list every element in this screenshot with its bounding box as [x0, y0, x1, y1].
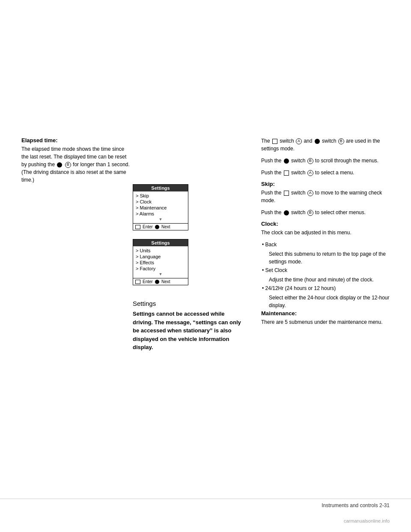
settings-item-skip: > Skip — [136, 193, 185, 199]
circle-a-select: A — [307, 170, 313, 176]
switch-b-scroll-label: switch — [291, 158, 305, 164]
maintenance-body: There are 5 submenus under the maintenan… — [261, 318, 390, 326]
clock-body: The clock can be adjusted in this menu. — [261, 229, 390, 236]
circle-a-intro: A — [296, 138, 302, 144]
next-label-1: Next — [161, 224, 170, 229]
circle-icon-b-intro — [315, 139, 320, 144]
maintenance-heading: Maintenance: — [261, 310, 390, 317]
settings-box-2-title: Settings — [133, 239, 188, 246]
settings-section-body: Settings cannot be accessed while drivin… — [133, 310, 244, 352]
enter-label-2: Enter — [143, 279, 153, 284]
bullet-24hr: • 24/12Hr (24 hours or 12 hours) — [261, 284, 390, 292]
center-column: Settings > Skip > Clock > Maintenance > … — [133, 184, 244, 294]
elapsed-time-body: The elapsed time mode shows the time sin… — [21, 145, 133, 184]
enter-icon-2 — [135, 280, 140, 284]
switch-a-select-label: switch — [291, 170, 305, 176]
elapsed-time-heading: Elapsed time: — [21, 137, 133, 143]
settings-item-factory: > Factory — [136, 266, 185, 272]
bullet-set-clock: • Set Clock — [261, 266, 390, 274]
circle-b-skip: B — [307, 210, 313, 216]
circle-icon-b-skip — [284, 210, 289, 215]
settings-label-section: Settings Settings cannot be accessed whi… — [133, 300, 244, 352]
settings-box-1-title: Settings — [133, 185, 188, 191]
circle-icon-b — [57, 162, 62, 167]
square-icon-a-skip — [284, 191, 289, 196]
settings-box-2-body: > Units > Language > Effects > Factory ▼ — [133, 246, 188, 278]
settings-item-effects: > Effects — [136, 260, 185, 266]
settings-item-language: > Language — [136, 254, 185, 260]
circle-a-skip: A — [307, 190, 313, 196]
clock-heading: Clock: — [261, 221, 390, 227]
switch-b-intro-label: switch — [322, 138, 336, 144]
settings-box-1: Settings > Skip > Clock > Maintenance > … — [133, 184, 188, 230]
sub-set-clock: Adjust the time (hour and minute) of the… — [261, 276, 390, 284]
skip-push-1: Push the switch A to move to the warning… — [261, 189, 390, 204]
circle-b-intro: B — [338, 138, 344, 144]
circle-b-label: B — [65, 162, 71, 168]
switch-a-intro-label: switch — [280, 138, 294, 144]
settings-section-heading: Settings — [133, 300, 244, 307]
square-icon-a-select — [284, 170, 289, 176]
sub-24hr: Select either the 24-hour clock display … — [261, 294, 390, 309]
right-column: The switch A and switch B are used in th… — [261, 137, 390, 330]
settings-box-2: Settings > Units > Language > Effects > … — [133, 239, 188, 285]
next-circle-1 — [155, 225, 159, 229]
enter-icon-1 — [135, 225, 140, 229]
skip-heading: Skip: — [261, 181, 390, 187]
next-circle-2 — [155, 280, 159, 284]
settings-item-clock: > Clock — [136, 199, 185, 205]
settings-arrow-down-1: ▼ — [136, 217, 185, 222]
settings-box-2-footer: Enter Next — [133, 278, 188, 285]
page-footer: Instruments and controls 2-31 — [0, 499, 411, 508]
scroll-line: Push the switch B to scroll through the … — [261, 157, 390, 164]
circle-b-scroll: B — [307, 158, 313, 164]
skip-push-2: Push the switch B to select other menus. — [261, 209, 390, 216]
select-line: Push the switch A to select a menu. — [261, 169, 390, 176]
circle-icon-b-scroll — [284, 158, 289, 164]
footer-text: Instruments and controls 2-31 — [322, 502, 390, 508]
settings-item-maintenance: > Maintenance — [136, 205, 185, 211]
settings-arrow-down-2: ▼ — [136, 272, 185, 277]
switch-b-skip-label: switch — [291, 209, 305, 215]
sub-back: Select this submenu to return to the top… — [261, 250, 390, 266]
switch-a-skip-label: switch — [291, 190, 305, 196]
watermark: carmanualsonline.info — [344, 518, 390, 523]
square-icon-a-intro — [272, 139, 277, 144]
page-container: Elapsed time: The elapsed time mode show… — [0, 0, 411, 532]
intro-line: The switch A and switch B are used in th… — [261, 137, 390, 152]
settings-item-alarms: > Alarms — [136, 211, 185, 217]
bullet-back: • Back — [261, 241, 390, 248]
left-column: Elapsed time: The elapsed time mode show… — [21, 137, 133, 188]
settings-item-units: > Units — [136, 248, 185, 254]
next-label-2: Next — [161, 279, 170, 284]
settings-box-1-footer: Enter Next — [133, 223, 188, 230]
settings-box-1-body: > Skip > Clock > Maintenance > Alarms ▼ — [133, 191, 188, 223]
enter-label-1: Enter — [143, 224, 153, 229]
